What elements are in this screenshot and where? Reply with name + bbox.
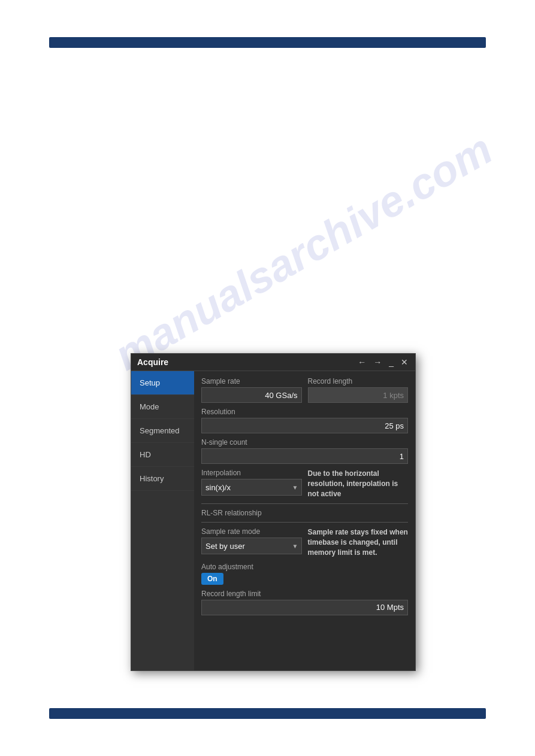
title-bar-controls: ← → _ ✕ bbox=[356, 357, 409, 367]
interpolation-row: Interpolation sin(x)/x Due to the horizo… bbox=[201, 469, 408, 499]
interpolation-info-col: Due to the horizontal resolution, interp… bbox=[308, 469, 409, 499]
sample-rate-mode-label: Sample rate mode bbox=[201, 527, 302, 536]
forward-button[interactable]: → bbox=[372, 357, 383, 367]
record-length-limit-label: Record length limit bbox=[201, 590, 408, 598]
sample-rate-label: Sample rate bbox=[201, 377, 302, 385]
main-content: Sample rate Record length Resolution N-s… bbox=[194, 371, 415, 670]
divider-2 bbox=[201, 522, 408, 523]
resolution-row: Resolution bbox=[201, 408, 408, 433]
interpolation-info: Due to the horizontal resolution, interp… bbox=[308, 469, 409, 499]
sample-rate-mode-select[interactable]: Set by user Auto bbox=[201, 538, 302, 554]
record-length-limit-input[interactable] bbox=[201, 600, 408, 615]
watermark: manualsarchive.com bbox=[106, 124, 500, 379]
auto-adjustment-toggle[interactable]: On bbox=[201, 573, 223, 585]
dialog-title: Acquire bbox=[137, 357, 168, 367]
sidebar-item-segmented[interactable]: Segmented bbox=[131, 419, 194, 443]
minimize-button[interactable]: _ bbox=[388, 357, 395, 367]
record-length-label: Record length bbox=[308, 377, 409, 385]
n-single-count-label: N-single count bbox=[201, 438, 408, 447]
sidebar-item-mode[interactable]: Mode bbox=[131, 395, 194, 419]
acquire-dialog: Acquire ← → _ ✕ Setup Mode Segmented HD … bbox=[131, 353, 416, 671]
sample-rate-mode-info-col: Sample rate stays fixed when timebase is… bbox=[308, 527, 409, 557]
dialog-body: Setup Mode Segmented HD History Sample r… bbox=[131, 371, 415, 670]
sidebar-item-history[interactable]: History bbox=[131, 467, 194, 491]
resolution-label: Resolution bbox=[201, 408, 408, 416]
interpolation-select[interactable]: sin(x)/x bbox=[201, 479, 302, 496]
interpolation-label: Interpolation bbox=[201, 469, 302, 477]
rl-sr-label: RL-SR relationship bbox=[201, 509, 408, 517]
record-length-col: Record length bbox=[308, 377, 409, 403]
title-bar: Acquire ← → _ ✕ bbox=[131, 354, 415, 371]
record-length-limit-row: Record length limit bbox=[201, 590, 408, 615]
auto-adjustment-label: Auto adjustment bbox=[201, 563, 408, 571]
sample-rate-input[interactable] bbox=[201, 387, 302, 403]
sample-rate-mode-row: Sample rate mode Set by user Auto Sample… bbox=[201, 527, 408, 557]
divider-1 bbox=[201, 503, 408, 504]
bottom-banner bbox=[49, 708, 486, 719]
sample-rate-mode-col: Sample rate mode Set by user Auto bbox=[201, 527, 302, 557]
interpolation-select-wrapper: sin(x)/x bbox=[201, 479, 302, 496]
sidebar-item-setup[interactable]: Setup bbox=[131, 371, 194, 395]
n-single-count-row: N-single count bbox=[201, 438, 408, 464]
sidebar-item-hd[interactable]: HD bbox=[131, 443, 194, 467]
back-button[interactable]: ← bbox=[356, 357, 367, 367]
sample-rate-col: Sample rate bbox=[201, 377, 302, 403]
sidebar: Setup Mode Segmented HD History bbox=[131, 371, 194, 670]
auto-adjustment-row: Auto adjustment On bbox=[201, 563, 408, 585]
sample-rate-mode-select-wrapper: Set by user Auto bbox=[201, 538, 302, 554]
sample-rate-record-length-row: Sample rate Record length bbox=[201, 377, 408, 403]
sample-rate-mode-info: Sample rate stays fixed when timebase is… bbox=[308, 527, 409, 557]
interpolation-col: Interpolation sin(x)/x bbox=[201, 469, 302, 499]
top-banner bbox=[49, 37, 486, 48]
resolution-input[interactable] bbox=[201, 418, 408, 433]
close-button[interactable]: ✕ bbox=[400, 357, 409, 367]
n-single-count-input[interactable] bbox=[201, 448, 408, 464]
record-length-input[interactable] bbox=[308, 387, 409, 403]
